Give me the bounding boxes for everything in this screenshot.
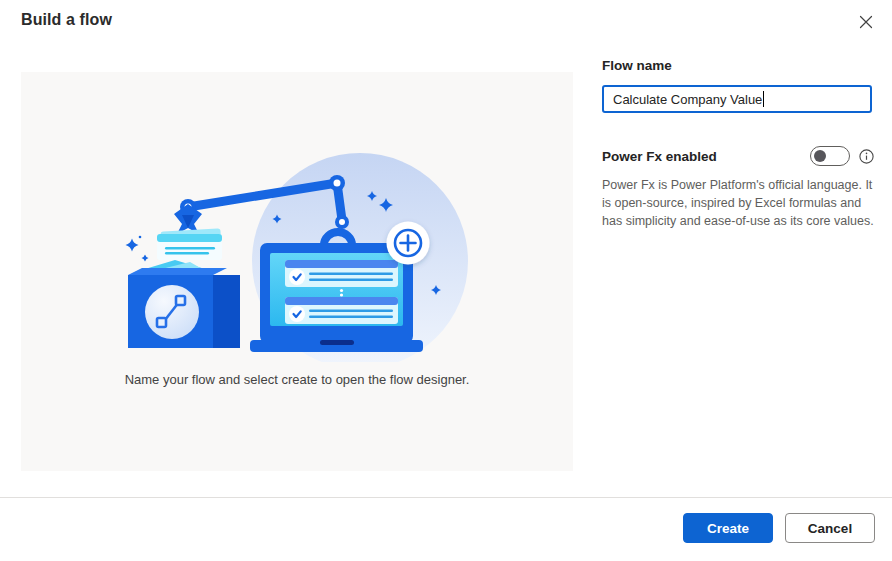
build-flow-illustration [115, 150, 475, 362]
box-graphic [128, 260, 240, 348]
flow-name-input[interactable]: Calculate Company Value [602, 85, 872, 113]
toggle-knob-icon [814, 150, 826, 162]
close-button[interactable] [852, 8, 880, 36]
flow-name-label: Flow name [602, 58, 872, 73]
build-a-flow-dialog: Build a flow [0, 0, 892, 561]
illustration-panel: Name your flow and select create to open… [21, 72, 573, 471]
illustration-caption: Name your flow and select create to open… [21, 372, 573, 387]
card-graphic [157, 228, 222, 260]
power-fx-label: Power Fx enabled [602, 149, 810, 164]
footer-divider [0, 497, 892, 498]
add-plus-icon [387, 222, 430, 265]
power-fx-toggle[interactable] [810, 146, 850, 166]
cancel-button[interactable]: Cancel [785, 513, 875, 543]
flow-name-input-value: Calculate Company Value [613, 92, 762, 107]
power-fx-row: Power Fx enabled [602, 146, 874, 166]
info-icon[interactable] [859, 149, 874, 164]
close-icon [859, 15, 873, 29]
dialog-title: Build a flow [21, 11, 112, 29]
create-button[interactable]: Create [683, 513, 773, 543]
flow-name-field: Flow name Calculate Company Value [602, 58, 872, 113]
text-caret [763, 91, 764, 107]
power-fx-description: Power Fx is Power Platform's official la… [602, 176, 878, 230]
